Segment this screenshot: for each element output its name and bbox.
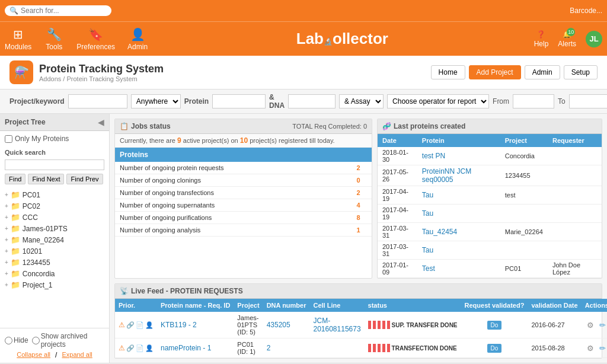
find-prev-button[interactable]: Find Prev	[66, 174, 103, 184]
protein-row-value: 0	[345, 174, 372, 187]
protein-name-cell[interactable]: KTB119 - 2	[157, 312, 234, 339]
do-button[interactable]: Do	[487, 344, 502, 353]
tree-item-mane[interactable]: + 📁 Mane_02264	[0, 234, 109, 245]
sidebar-title: Project Tree	[5, 118, 46, 126]
find-button[interactable]: Find	[5, 174, 25, 184]
dna-input[interactable]	[288, 94, 336, 108]
last-protein[interactable]: Tau_42454	[417, 223, 500, 241]
last-protein[interactable]: Test	[417, 260, 500, 278]
nav-alerts[interactable]: 🔔 10 Alerts	[558, 30, 576, 48]
archive-options: Hide Show archived projects	[5, 332, 104, 349]
expand-icon: +	[5, 248, 8, 254]
anywhere-select[interactable]: Anywhere	[131, 94, 181, 108]
barcode-link[interactable]: Barcode...	[570, 7, 602, 15]
quick-search-input[interactable]	[5, 159, 104, 170]
nav-items: ⊞ Modules 🔧 Tools 🔖 Preferences 👤 Admin	[5, 27, 151, 51]
protein-row-label: Number of ongoing transfections	[115, 187, 345, 199]
last-protein[interactable]: ProteinNN JCM seq00005	[417, 165, 500, 186]
search-bar[interactable]: 🔍	[5, 5, 111, 16]
tree-item-pc01[interactable]: + 📁 PC01	[0, 189, 109, 200]
nav-preferences[interactable]: 🔖 Preferences	[76, 27, 115, 51]
nav-tools[interactable]: 🔧 Tools	[41, 27, 67, 51]
protein-row-value: 2	[345, 162, 372, 174]
alerts-badge: 10	[567, 28, 575, 36]
tree-item-1234455[interactable]: + 📁 1234455	[0, 257, 109, 268]
table-row: Number of ongoing clonings 0	[115, 174, 372, 187]
collapse-all-link[interactable]: Collapse all	[17, 351, 50, 359]
last-protein[interactable]: Tau	[417, 241, 500, 260]
cell-line-cell[interactable]	[309, 339, 364, 358]
folder-icon: 📁	[11, 280, 20, 289]
row-icons: ⚠ 🔗 📄 👤	[119, 321, 154, 329]
user-avatar[interactable]: JL	[586, 31, 602, 47]
tree-item-pc02[interactable]: + 📁 PC02	[0, 200, 109, 212]
cell-line-link[interactable]: JCM-201608115673	[313, 317, 360, 333]
only-my-proteins-input[interactable]	[5, 135, 12, 143]
dna-number-cell[interactable]: 435205	[263, 312, 310, 339]
feed-header: status	[365, 299, 461, 312]
last-requester	[548, 241, 602, 260]
list-item: 2017-03-31 Tau	[378, 241, 602, 260]
tree-item-label: PC02	[23, 202, 40, 210]
protein-row-label: Number of ongoing purifications	[115, 212, 345, 224]
last-protein[interactable]: test PN	[417, 147, 500, 165]
last-requester	[548, 205, 602, 223]
dna-number-cell[interactable]: 2	[263, 339, 310, 358]
protein-row-value: 4	[345, 199, 372, 212]
tree-item-project1[interactable]: + 📁 Project_1	[0, 279, 109, 290]
edit-icon[interactable]: ✏	[598, 320, 607, 330]
last-protein[interactable]: Tau	[417, 205, 500, 223]
protein-label: Protein	[184, 97, 209, 106]
protein-name-link[interactable]: KTB119 - 2	[161, 321, 197, 329]
dna-link[interactable]: 2	[267, 344, 271, 352]
home-button[interactable]: Home	[431, 65, 465, 79]
last-requester	[548, 223, 602, 241]
expand-all-link[interactable]: Expand all	[62, 351, 92, 359]
list-item: 2017-04-19 Tau test	[378, 186, 602, 205]
edit-icon[interactable]: ✏	[598, 343, 607, 353]
assay-select[interactable]: & Assay	[339, 94, 384, 108]
setup-button[interactable]: Setup	[564, 65, 598, 79]
operator-select[interactable]: Choose operator for report	[387, 94, 489, 108]
last-table-header: Protein	[417, 134, 500, 147]
gear-icon[interactable]: ⚙	[585, 343, 596, 353]
cell-line-cell[interactable]: JCM-201608115673	[309, 312, 364, 339]
tree-item-concordia[interactable]: + 📁 Concordia	[0, 268, 109, 279]
dna-link[interactable]: 435205	[267, 321, 290, 329]
to-input[interactable]	[569, 94, 607, 108]
sidebar-collapse-icon[interactable]: ◀	[98, 117, 104, 127]
nav-admin[interactable]: 👤 Admin	[124, 27, 151, 51]
tree-item-james[interactable]: + 📁 James-01PTS	[0, 223, 109, 234]
validated-cell[interactable]: Do	[461, 339, 528, 358]
nav-modules[interactable]: ⊞ Modules	[5, 27, 31, 51]
find-next-button[interactable]: Find Next	[28, 174, 64, 184]
search-input[interactable]	[21, 7, 104, 15]
active-count: 9	[177, 136, 181, 145]
do-button[interactable]: Do	[487, 321, 502, 330]
protein-input[interactable]	[212, 94, 266, 108]
jobs-panel-info: Currently, there are 9 active project(s)…	[115, 134, 372, 148]
validated-cell[interactable]: Do	[461, 312, 528, 339]
add-project-button[interactable]: Add Project	[469, 65, 521, 79]
project-keyword-input[interactable]	[68, 94, 127, 108]
separator: /	[55, 351, 57, 359]
protein-name-cell[interactable]: nameProtein - 1	[157, 339, 234, 358]
feed-header: Project	[234, 299, 263, 312]
tree-item-ccc[interactable]: + 📁 CCC	[0, 212, 109, 223]
only-my-proteins-checkbox[interactable]: Only My Proteins	[5, 135, 104, 143]
hide-radio[interactable]	[5, 337, 12, 344]
admin-button[interactable]: Admin	[525, 65, 560, 79]
hide-radio-label[interactable]: Hide	[5, 336, 28, 344]
last-protein[interactable]: Tau	[417, 186, 500, 205]
logo-text: Lab🔬ollector	[296, 30, 388, 48]
show-archived-radio-label[interactable]: Show archived projects	[32, 332, 104, 349]
content-area: 📋 Jobs status TOTAL Req Completed: 0 Cur…	[110, 114, 607, 363]
show-archived-radio[interactable]	[32, 337, 40, 344]
tree-item-10201[interactable]: + 📁 10201	[0, 245, 109, 257]
from-input[interactable]	[513, 94, 554, 108]
nav-help[interactable]: ❓ Help	[534, 30, 549, 48]
tree-items: + 📁 PC01 + 📁 PC02 + 📁 CCC + 📁 James-01PT…	[0, 187, 109, 328]
gear-icon[interactable]: ⚙	[585, 320, 596, 330]
header-buttons: Home Add Project Admin Setup	[431, 65, 598, 79]
protein-name-link[interactable]: nameProtein - 1	[161, 344, 211, 352]
